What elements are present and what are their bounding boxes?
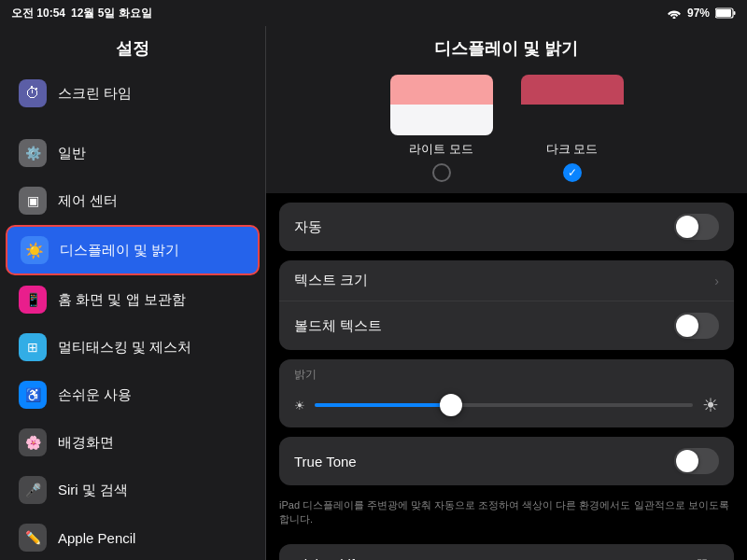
night-shift-section: Night Shift 끔 › [279, 544, 734, 560]
sidebar-item-screen-time[interactable]: ⏱ 스크린 타임 [6, 70, 260, 117]
light-mode-label: 라이트 모드 [409, 141, 473, 158]
sidebar-label-display: 디스플레이 및 밝기 [60, 242, 179, 259]
siri-icon: 🎤 [19, 476, 47, 504]
brightness-label: 밝기 [279, 359, 734, 386]
auto-toggle-right [674, 214, 719, 240]
auto-toggle-section: 자동 [279, 203, 734, 251]
general-icon: ⚙️ [19, 139, 47, 167]
content-area: 디스플레이 및 밝기 라이트 모드 다크 모드 ✓ 자동 [266, 26, 747, 560]
wifi-icon [667, 7, 682, 19]
sidebar-label-control-center: 제어 센터 [58, 192, 118, 210]
multitasking-icon: ⊞ [19, 333, 47, 361]
brightness-slider-fill [315, 403, 447, 407]
sidebar-label-accessibility: 손쉬운 사용 [58, 386, 132, 404]
light-mode-preview [390, 75, 493, 135]
text-size-label: 텍스트 크기 [294, 272, 368, 289]
brightness-section: 밝기 ☀ ☀ [279, 359, 734, 427]
sidebar-label-siri: Siri 및 검색 [58, 482, 128, 499]
text-size-row[interactable]: 텍스트 크기 › [279, 260, 734, 301]
status-left: 오전 10:54 12월 5일 화요일 [11, 6, 152, 21]
night-shift-right: 끔 › [696, 556, 719, 560]
true-tone-toggle[interactable] [674, 448, 719, 474]
main-layout: 설정 ⏱ 스크린 타임 ⚙️ 일반 ▣ 제어 센터 ☀️ 디스플레이 및 밝기 … [0, 26, 747, 560]
battery-icon [715, 7, 736, 19]
wallpaper-icon: 🌸 [19, 428, 47, 456]
sidebar-item-general[interactable]: ⚙️ 일반 [6, 130, 260, 176]
dark-mode-radio[interactable]: ✓ [563, 163, 582, 182]
sidebar-label-general: 일반 [58, 145, 86, 162]
sidebar-item-accessibility[interactable]: ♿ 손쉬운 사용 [6, 371, 260, 418]
dark-mode-preview [521, 75, 624, 135]
battery-level: 97% [687, 7, 710, 20]
sidebar-item-display[interactable]: ☀️ 디스플레이 및 밝기 [6, 225, 260, 275]
text-settings-section: 텍스트 크기 › 볼드체 텍스트 [279, 260, 734, 350]
sidebar-title: 설정 [0, 26, 265, 69]
apple-pencil-icon: ✏️ [19, 524, 47, 552]
brightness-slider-thumb[interactable] [440, 394, 462, 416]
true-tone-description: iPad 디스플레이를 주변광에 맞춰 자동으로 조정하여 색상이 다른 환경에… [266, 495, 747, 535]
light-mode-radio[interactable] [432, 163, 451, 182]
brightness-slider-track[interactable] [315, 403, 693, 407]
dark-mode-card[interactable]: 다크 모드 ✓ [521, 75, 624, 182]
sidebar-item-control-center[interactable]: ▣ 제어 센터 [6, 177, 260, 224]
sidebar: 설정 ⏱ 스크린 타임 ⚙️ 일반 ▣ 제어 센터 ☀️ 디스플레이 및 밝기 … [0, 26, 266, 560]
auto-toggle-switch[interactable] [674, 214, 719, 240]
night-shift-label: Night Shift [294, 556, 359, 560]
dark-mode-label: 다크 모드 [546, 141, 599, 158]
brightness-low-icon: ☀ [294, 399, 305, 413]
text-size-right: › [714, 273, 719, 288]
brightness-row: ☀ ☀ [279, 386, 734, 427]
night-shift-row[interactable]: Night Shift 끔 › [279, 544, 734, 560]
svg-rect-1 [716, 9, 731, 17]
sidebar-label-screen-time: 스크린 타임 [58, 85, 132, 103]
sidebar-label-multitasking: 멀티태스킹 및 제스처 [58, 339, 191, 357]
sidebar-item-multitasking[interactable]: ⊞ 멀티태스킹 및 제스처 [6, 324, 260, 371]
auto-toggle-label: 자동 [294, 218, 322, 236]
true-tone-thumb [676, 450, 698, 472]
sidebar-item-apple-pencil[interactable]: ✏️ Apple Pencil [6, 514, 260, 560]
bold-text-row: 볼드체 텍스트 [279, 301, 734, 350]
appearance-section: 라이트 모드 다크 모드 ✓ [266, 67, 747, 193]
svg-rect-2 [734, 11, 736, 15]
true-tone-row: True Tone [279, 437, 734, 485]
accessibility-icon: ♿ [19, 381, 47, 409]
text-size-chevron: › [714, 273, 719, 288]
home-screen-icon: 📱 [19, 286, 47, 314]
sidebar-label-apple-pencil: Apple Pencil [58, 530, 135, 546]
bold-text-toggle[interactable] [674, 313, 719, 339]
screen-time-icon: ⏱ [19, 79, 47, 107]
content-title: 디스플레이 및 밝기 [266, 26, 747, 67]
status-bar: 오전 10:54 12월 5일 화요일 97% [0, 0, 747, 26]
sidebar-item-wallpaper[interactable]: 🌸 배경화면 [6, 419, 260, 466]
true-tone-right [674, 448, 719, 474]
auto-toggle-row: 자동 [279, 203, 734, 251]
sidebar-item-home-screen[interactable]: 📱 홈 화면 및 앱 보관함 [6, 276, 260, 323]
bold-text-right [674, 313, 719, 339]
status-date: 12월 5일 화요일 [71, 6, 152, 21]
radio-checkmark: ✓ [568, 166, 577, 179]
status-time: 오전 10:54 [11, 6, 65, 21]
display-icon: ☀️ [21, 236, 49, 264]
sidebar-item-siri[interactable]: 🎤 Siri 및 검색 [6, 467, 260, 513]
night-shift-value: 끔 [696, 556, 709, 560]
true-tone-section: True Tone [279, 437, 734, 485]
true-tone-label: True Tone [294, 454, 357, 469]
bold-text-thumb [676, 315, 698, 337]
status-right: 97% [667, 7, 736, 20]
bold-text-label: 볼드체 텍스트 [294, 317, 382, 335]
auto-toggle-thumb [676, 216, 698, 238]
light-mode-card[interactable]: 라이트 모드 [390, 75, 493, 182]
control-center-icon: ▣ [19, 187, 47, 215]
sidebar-label-wallpaper: 배경화면 [58, 434, 114, 452]
brightness-high-icon: ☀ [702, 394, 719, 416]
sidebar-label-home-screen: 홈 화면 및 앱 보관함 [58, 291, 186, 309]
